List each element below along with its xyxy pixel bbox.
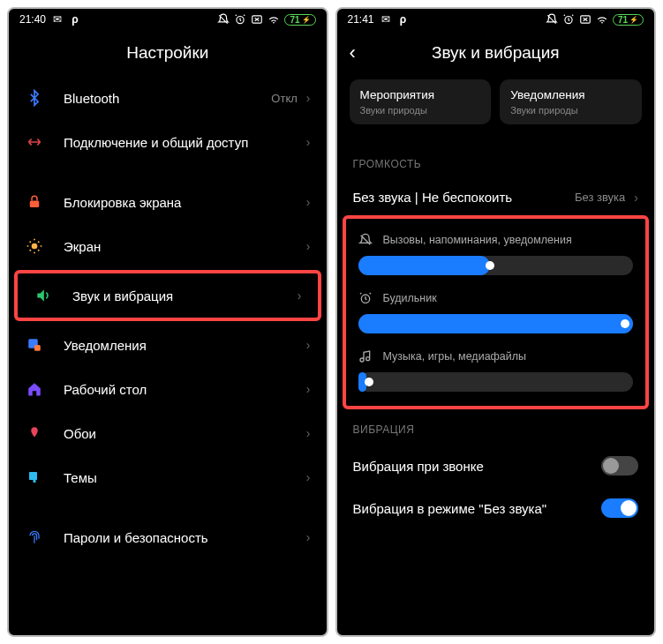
- chevron-right-icon: ›: [306, 338, 311, 352]
- alarm-icon: [234, 13, 246, 26]
- slider-label: Будильник: [383, 292, 437, 304]
- chevron-right-icon: ›: [306, 239, 311, 253]
- svg-rect-2: [30, 201, 40, 208]
- alarm-icon: [562, 13, 575, 26]
- highlight-sound-row: Звук и вибрация ›: [14, 270, 321, 321]
- row-bluetooth[interactable]: Bluetooth Откл ›: [9, 76, 327, 120]
- row-label: Темы: [64, 470, 306, 485]
- row-label: Экран: [64, 239, 306, 254]
- dnd-icon: [546, 13, 558, 26]
- sharing-icon: [25, 132, 44, 152]
- slider-label: Вызовы, напоминания, уведомления: [383, 234, 572, 246]
- card-notifications[interactable]: Уведомления Звуки природы: [500, 79, 642, 124]
- card-events[interactable]: Мероприятия Звуки природы: [350, 79, 492, 124]
- row-label: Подключение и общий доступ: [64, 135, 306, 150]
- phone-settings-screen: 21:40 ✉ ρ 71⚡ Настройки: [7, 7, 328, 637]
- row-security[interactable]: Пароли и безопасность ›: [9, 515, 327, 559]
- bell-off-icon: [358, 233, 373, 247]
- battery-indicator: 71⚡: [284, 14, 315, 26]
- chevron-right-icon: ›: [306, 470, 311, 484]
- chevron-right-icon: ›: [306, 426, 311, 440]
- home-icon: [25, 379, 44, 399]
- row-display[interactable]: Экран ›: [9, 224, 327, 268]
- row-home[interactable]: Рабочий стол ›: [9, 367, 327, 411]
- row-label: Пароли и безопасность: [64, 530, 306, 545]
- card-title: Уведомления: [510, 88, 631, 101]
- row-vibrate-on-call: Вибрация при звонке: [337, 445, 655, 487]
- highlight-volume-sliders: Вызовы, напоминания, уведомления Будильн…: [343, 215, 650, 409]
- svg-rect-7: [34, 479, 36, 483]
- dnd-icon: [217, 13, 230, 26]
- p-icon: ρ: [69, 13, 81, 26]
- slider-track[interactable]: [358, 314, 634, 333]
- page-header: ‹ Звук и вибрация: [337, 30, 655, 76]
- row-silent-mode[interactable]: Без звука | Не беспокоить Без звука ›: [337, 179, 655, 215]
- page-title: Настройки: [9, 30, 327, 76]
- envelope-icon: ✉: [51, 13, 64, 26]
- p-icon: ρ: [397, 13, 410, 26]
- chevron-right-icon: ›: [306, 135, 311, 149]
- slider-media: Музыка, игры, медиафайлы: [346, 339, 646, 397]
- chevron-right-icon: ›: [306, 530, 311, 544]
- row-label: Звук и вибрация: [72, 288, 298, 303]
- x-box-icon: [251, 13, 263, 26]
- chevron-right-icon: ›: [298, 288, 302, 303]
- phone-sound-screen: 21:41 ✉ ρ 71⚡ ‹ Звук и вибрация: [335, 7, 657, 637]
- card-subtitle: Звуки природы: [510, 105, 631, 116]
- svg-point-3: [32, 243, 38, 250]
- lock-icon: [25, 192, 44, 212]
- slider-alarm: Будильник: [346, 281, 646, 339]
- chevron-right-icon: ›: [306, 195, 311, 209]
- card-title: Мероприятия: [360, 88, 481, 101]
- row-notifications[interactable]: Уведомления ›: [9, 323, 327, 367]
- row-vibrate-silent: Вибрация в режиме "Без звука": [337, 487, 655, 529]
- back-button[interactable]: ‹: [350, 41, 356, 64]
- card-subtitle: Звуки природы: [360, 105, 481, 116]
- toggle-label: Вибрация в режиме "Без звука": [353, 501, 602, 516]
- slider-label: Музыка, игры, медиафайлы: [383, 350, 527, 363]
- wifi-icon: [267, 13, 280, 26]
- row-lockscreen[interactable]: Блокировка экрана ›: [9, 180, 327, 224]
- svg-rect-5: [34, 345, 41, 351]
- row-label: Рабочий стол: [64, 382, 306, 397]
- chevron-right-icon: ›: [634, 191, 638, 205]
- row-label: Без звука | Не беспокоить: [353, 190, 575, 205]
- row-value: Без звука: [575, 191, 625, 204]
- bluetooth-icon: [25, 88, 44, 108]
- status-bar: 21:40 ✉ ρ 71⚡: [9, 9, 327, 30]
- row-sound[interactable]: Звук и вибрация ›: [18, 273, 318, 318]
- toggle-label: Вибрация при звонке: [353, 459, 602, 474]
- battery-indicator: 71⚡: [613, 14, 644, 26]
- status-bar: 21:41 ✉ ρ 71⚡: [337, 9, 655, 30]
- status-time: 21:41: [348, 13, 374, 26]
- slider-track[interactable]: [358, 372, 634, 392]
- slider-track[interactable]: [358, 256, 634, 275]
- themes-icon: [25, 468, 44, 487]
- toggle-vibrate-silent[interactable]: [601, 498, 638, 518]
- notification-icon: [25, 335, 44, 355]
- alarm-icon: [358, 291, 373, 305]
- envelope-icon: ✉: [380, 13, 392, 26]
- speaker-icon: [34, 286, 53, 305]
- row-wallpaper[interactable]: Обои ›: [9, 411, 327, 455]
- chevron-right-icon: ›: [306, 91, 311, 105]
- music-icon: [358, 349, 373, 363]
- slider-calls: Вызовы, напоминания, уведомления: [346, 222, 646, 281]
- status-time: 21:40: [19, 13, 46, 26]
- fingerprint-icon: [25, 528, 44, 547]
- section-volume: ГРОМКОСТЬ: [337, 151, 655, 179]
- page-title: Звук и вибрация: [432, 43, 560, 63]
- brightness-icon: [25, 236, 44, 256]
- section-vibration: ВИБРАЦИЯ: [337, 416, 655, 445]
- toggle-vibrate-on-call[interactable]: [601, 456, 638, 476]
- wifi-icon: [596, 13, 608, 26]
- x-box-icon: [579, 13, 591, 26]
- row-sharing[interactable]: Подключение и общий доступ ›: [9, 120, 327, 164]
- chevron-right-icon: ›: [306, 382, 311, 396]
- row-label: Bluetooth: [64, 91, 271, 106]
- row-label: Уведомления: [64, 338, 306, 353]
- wallpaper-icon: [25, 423, 44, 443]
- row-value: Откл: [271, 92, 298, 105]
- row-themes[interactable]: Темы ›: [9, 455, 327, 499]
- row-label: Обои: [64, 426, 306, 441]
